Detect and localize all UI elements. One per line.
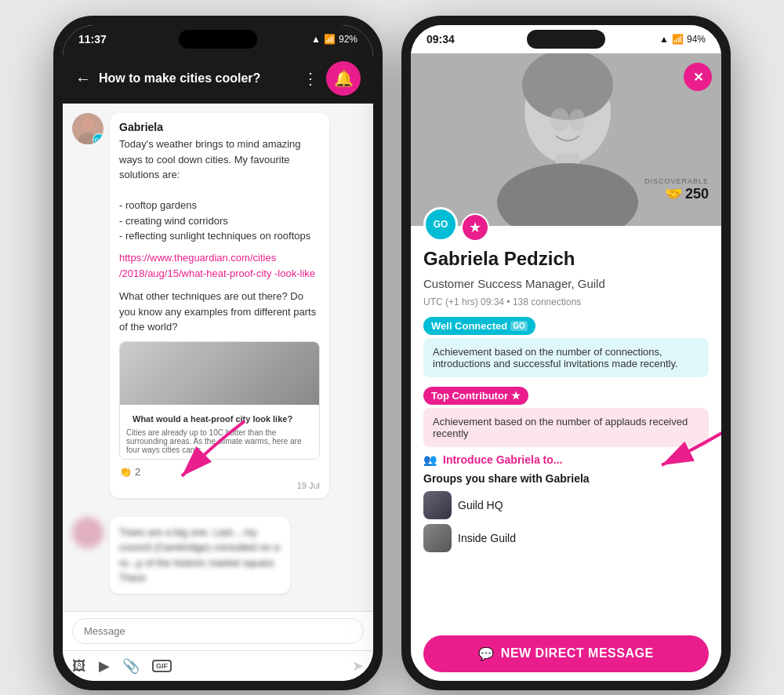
chat-body: GO ★ Gabriela Today's weather brings to …: [63, 104, 373, 611]
chat-header: ← How to make cities cooler? ⋮ 🔔: [63, 53, 373, 104]
badge1-go-icon: GO: [510, 321, 528, 331]
chat-title: How to make cities cooler?: [99, 71, 295, 86]
profile-content: Gabriela Pedzich Customer Success Manage…: [411, 226, 721, 626]
right-battery-text: 94%: [687, 34, 706, 45]
attachment-icon[interactable]: 📎: [122, 657, 140, 675]
star-badge: ★: [97, 138, 103, 144]
well-connected-badge: Well Connected GO: [423, 317, 535, 335]
left-phone: 11:37 ▲ 📶 92% ← How to make cities coole…: [53, 16, 383, 690]
star-circle-badge: ★: [461, 213, 489, 242]
message-input[interactable]: [72, 618, 364, 644]
more-options-button[interactable]: ⋮: [303, 69, 318, 88]
battery-text: 92%: [339, 34, 358, 45]
profile-job-title: Customer Success Manager, Guild: [423, 277, 709, 290]
right-status-bar: 09:34 ▲ 📶 94%: [411, 25, 721, 53]
close-icon: ✕: [693, 70, 703, 85]
badge2-star-icon: ★: [511, 390, 521, 402]
preview-image: [120, 342, 319, 405]
badge1-label: Well Connected: [431, 320, 507, 332]
svg-point-9: [550, 108, 569, 132]
right-time: 09:34: [426, 33, 455, 45]
profile-badges-overlay: GO ★: [423, 207, 489, 242]
discoverable-badge: DISCOVERABLE 🤝 250: [644, 177, 709, 202]
top-contributor-badge: Top Contributor ★: [423, 387, 528, 405]
red-arrow-1: [135, 413, 260, 492]
profile-hero: ✕ DISCOVERABLE 🤝 250 GO ★: [411, 53, 721, 226]
red-arrow-2: [615, 410, 721, 489]
badge1-achievement: Achievement based on the number of conne…: [423, 338, 709, 377]
blurred-message-row: Trees are a big one. Last... my council …: [72, 517, 364, 594]
right-wifi-icon: 📶: [672, 34, 684, 45]
group-row-1[interactable]: Guild HQ: [423, 491, 709, 519]
right-notch-pill: [527, 30, 605, 49]
dm-icon: 💬: [478, 646, 495, 661]
group-name-1: Guild HQ: [458, 499, 503, 511]
gabriela-avatar[interactable]: GO ★: [72, 113, 103, 144]
dm-label: NEW DIRECT MESSAGE: [501, 646, 654, 660]
message-actions: 🖼 ▶ 📎 GIF ➤: [63, 650, 373, 681]
bell-icon: 🔔: [334, 69, 354, 88]
left-status-bar: 11:37 ▲ 📶 92%: [63, 25, 373, 53]
image-icon[interactable]: 🖼: [72, 658, 86, 675]
new-direct-message-button[interactable]: 💬 NEW DIRECT MESSAGE: [423, 635, 709, 672]
profile-body: ✕ DISCOVERABLE 🤝 250 GO ★ Ga: [411, 53, 721, 626]
go-circle-badge: GO: [423, 207, 458, 242]
video-icon[interactable]: ▶: [99, 657, 110, 675]
introduce-icon: 👥: [423, 453, 437, 466]
back-button[interactable]: ←: [75, 70, 91, 88]
profile-meta: UTC (+1 hrs) 09:34 • 138 connections: [423, 297, 709, 307]
blurred-bubble: Trees are a big one. Last... my council …: [110, 517, 290, 594]
message-input-bar: [63, 611, 373, 650]
right-signal-icon: ▲: [659, 34, 669, 45]
msg-link[interactable]: https://www.theguardian.com/cities /2018…: [119, 250, 320, 283]
msg-sender-name: Gabriela: [119, 121, 320, 133]
badge2-label: Top Contributor: [431, 390, 508, 402]
group-row-2[interactable]: Inside Guild: [423, 524, 709, 552]
blurred-avatar: [72, 517, 103, 548]
gif-icon[interactable]: GIF: [152, 660, 172, 672]
applause-icon: 👏: [119, 466, 132, 478]
handshake-icon: 🤝: [665, 185, 682, 202]
send-button[interactable]: ➤: [352, 657, 364, 675]
profile-name: Gabriela Pedzich: [423, 248, 709, 271]
close-button[interactable]: ✕: [684, 63, 712, 91]
group-avatar-1: [423, 491, 452, 519]
discoverable-label: DISCOVERABLE: [644, 177, 709, 185]
msg-text-1: Today's weather brings to mind amazing w…: [119, 136, 320, 244]
group-avatar-2: [423, 524, 452, 552]
left-time: 11:37: [78, 33, 107, 45]
left-notch-pill: [179, 30, 257, 49]
blurred-text: Trees are a big one. Last... my council …: [119, 525, 281, 586]
notification-button[interactable]: 🔔: [326, 61, 361, 96]
svg-point-1: [82, 118, 94, 131]
introduce-label: Introduce Gabriela to...: [443, 453, 562, 466]
discoverable-count: 🤝 250: [644, 185, 709, 202]
left-status-icons: ▲ 📶 92%: [311, 34, 358, 45]
group-name-2: Inside Guild: [458, 532, 516, 544]
wifi-icon: 📶: [324, 34, 336, 45]
right-status-icons: ▲ 📶 94%: [659, 34, 706, 45]
right-phone: 09:34 ▲ 📶 94%: [401, 16, 731, 690]
signal-icon: ▲: [311, 34, 321, 45]
svg-point-10: [569, 109, 585, 131]
msg-followup: What other techniques are out there? Do …: [119, 289, 320, 335]
